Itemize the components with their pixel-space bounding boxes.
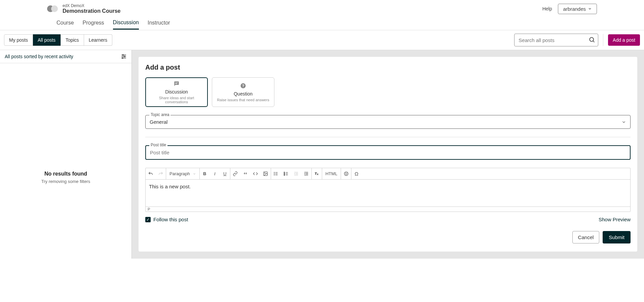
- body-layout: All posts sorted by recent activity No r…: [0, 50, 644, 259]
- sort-bar: All posts sorted by recent activity: [0, 50, 131, 63]
- editor-toolbar: Paragraph B I U: [146, 168, 630, 180]
- post-title-input[interactable]: [150, 150, 626, 155]
- filter-button[interactable]: [121, 53, 127, 60]
- bullet-list-icon: [273, 171, 278, 176]
- toolbar-right: Add a post: [514, 34, 640, 46]
- post-title-input-wrap: [145, 145, 631, 160]
- add-post-card: Add a post Discussion Share ideas and st…: [139, 57, 637, 252]
- editor-body[interactable]: This is a new post.: [146, 180, 630, 206]
- number-list-button[interactable]: 123: [281, 168, 291, 179]
- bottom-row: ✓ Follow this post Show Preview: [145, 217, 631, 222]
- clear-format-button[interactable]: T: [312, 168, 322, 179]
- brand-text: edX DemoX Demonstration Course: [63, 3, 120, 14]
- follow-label: Follow this post: [153, 217, 188, 222]
- topic-select[interactable]: General: [145, 115, 631, 129]
- link-button[interactable]: [230, 168, 240, 179]
- sliders-icon: [121, 53, 127, 60]
- rich-text-editor: Paragraph B I U: [145, 168, 631, 212]
- filter-topics[interactable]: Topics: [61, 34, 84, 46]
- code-button[interactable]: [251, 168, 261, 179]
- redo-icon: [158, 171, 163, 177]
- emoji-icon: [344, 171, 349, 176]
- underline-button[interactable]: U: [220, 168, 230, 179]
- svg-point-18: [274, 174, 274, 174]
- help-link[interactable]: Help: [542, 6, 552, 11]
- tab-progress[interactable]: Progress: [83, 16, 104, 29]
- search-input[interactable]: [515, 35, 598, 46]
- posts-sidebar: All posts sorted by recent activity No r…: [0, 50, 132, 259]
- type-discussion[interactable]: Discussion Share ideas and start convers…: [145, 77, 208, 107]
- svg-point-3: [122, 54, 123, 55]
- filter-all-posts[interactable]: All posts: [33, 34, 61, 46]
- indent-button[interactable]: [301, 168, 311, 179]
- app-header: edX DemoX Demonstration Course Help arbr…: [0, 0, 644, 15]
- header-right: Help arbrandes: [542, 4, 597, 14]
- discussion-toolbar: My posts All posts Topics Learners Add a…: [0, 30, 644, 50]
- tab-course[interactable]: Course: [56, 16, 74, 29]
- topic-field: Topic area General: [145, 115, 631, 129]
- svg-line-1: [593, 41, 595, 42]
- block-format-value: Paragraph: [169, 171, 190, 176]
- svg-point-17: [274, 172, 274, 173]
- image-icon: [263, 171, 268, 176]
- toolbar-divider: [603, 34, 603, 46]
- org-name: edX DemoX: [63, 3, 120, 8]
- editor-text: This is a new post.: [149, 184, 191, 189]
- add-post-button[interactable]: Add a post: [608, 34, 640, 46]
- code-icon: [253, 171, 258, 176]
- filter-learners[interactable]: Learners: [84, 34, 112, 46]
- type-discussion-sub: Share ideas and start conversations: [148, 96, 205, 104]
- bold-button[interactable]: B: [200, 168, 210, 179]
- type-question-title: Question: [234, 91, 253, 97]
- no-results-title: No results found: [0, 171, 131, 177]
- quote-button[interactable]: [240, 168, 251, 179]
- bullet-list-button[interactable]: [271, 168, 281, 179]
- outdent-icon: [294, 171, 299, 176]
- topic-label: Topic area: [149, 112, 171, 117]
- course-name: Demonstration Course: [63, 8, 120, 14]
- show-preview-link[interactable]: Show Preview: [599, 217, 631, 222]
- outdent-button[interactable]: [291, 168, 301, 179]
- form-actions: Cancel Submit: [145, 231, 631, 243]
- image-button[interactable]: [261, 168, 271, 179]
- undo-button[interactable]: [146, 168, 156, 179]
- svg-point-7: [122, 58, 123, 59]
- brand-block: edX DemoX Demonstration Course: [47, 3, 120, 14]
- special-char-button[interactable]: Ω: [351, 168, 362, 179]
- follow-checkbox[interactable]: ✓ Follow this post: [145, 217, 188, 222]
- post-title-field: Post title: [145, 145, 631, 160]
- block-format-select[interactable]: Paragraph: [166, 171, 199, 176]
- tab-instructor[interactable]: Instructor: [148, 16, 170, 29]
- svg-text:?: ?: [242, 84, 244, 88]
- html-button[interactable]: HTML: [322, 168, 341, 179]
- underline-icon: U: [223, 171, 226, 176]
- clear-format-icon: T: [314, 171, 319, 176]
- course-nav: Course Progress Discussion Instructor: [0, 15, 644, 30]
- cancel-button[interactable]: Cancel: [572, 231, 600, 243]
- redo-button[interactable]: [156, 168, 166, 179]
- chat-icon: [173, 80, 180, 87]
- indent-icon: [304, 171, 309, 176]
- italic-button[interactable]: I: [210, 168, 220, 179]
- svg-text:T: T: [315, 172, 317, 175]
- type-question[interactable]: ? Question Raise issues that need answer…: [212, 77, 274, 107]
- svg-point-19: [274, 175, 274, 175]
- tab-discussion[interactable]: Discussion: [113, 16, 139, 30]
- emoji-button[interactable]: [341, 168, 351, 179]
- search-button[interactable]: [589, 36, 595, 43]
- undo-icon: [148, 171, 153, 177]
- svg-point-13: [265, 173, 265, 173]
- svg-rect-9: [175, 83, 177, 84]
- chevron-down-icon: [621, 120, 626, 124]
- filter-my-posts[interactable]: My posts: [4, 34, 33, 46]
- sort-text[interactable]: All posts sorted by recent activity: [5, 54, 73, 59]
- user-menu[interactable]: arbrandes: [558, 4, 597, 14]
- type-question-sub: Raise issues that need answers: [217, 98, 269, 102]
- svg-rect-8: [175, 83, 178, 83]
- italic-icon: I: [214, 171, 216, 177]
- submit-button[interactable]: Submit: [603, 231, 631, 243]
- divider: [145, 137, 631, 137]
- post-filter-group: My posts All posts Topics Learners: [4, 34, 112, 46]
- main-panel: Add a post Discussion Share ideas and st…: [132, 50, 644, 259]
- chevron-down-icon: [588, 7, 592, 11]
